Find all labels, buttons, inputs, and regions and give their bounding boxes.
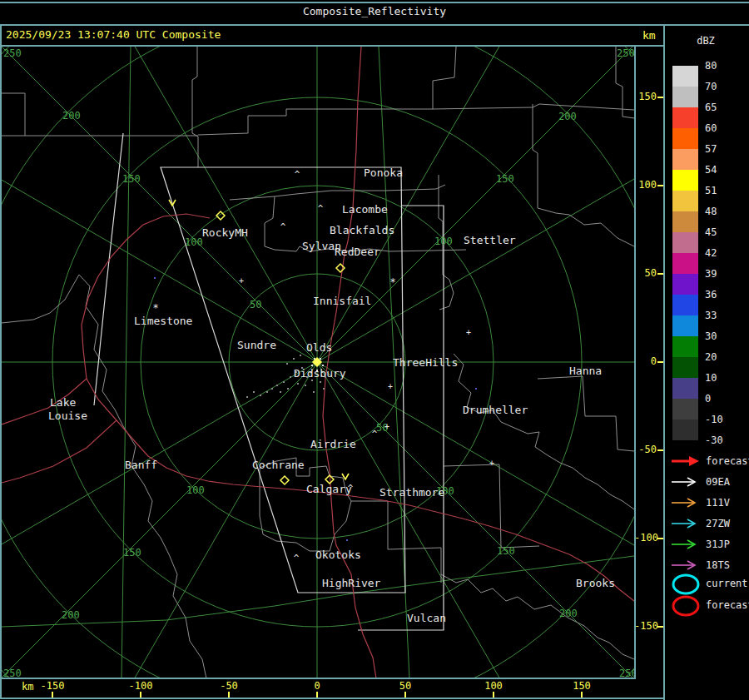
right-tick-mark — [657, 449, 663, 451]
graticule-line — [2, 556, 634, 627]
timestamp-label: 2025/09/23 13:07:40 UTC Composite — [6, 28, 221, 41]
right-tick-label: -50 — [634, 444, 657, 455]
city-label-stettler: Stettler — [464, 234, 516, 246]
clutter-dot — [246, 396, 248, 398]
bottom-tick-label: -50 — [209, 680, 249, 692]
dbz-scale-label: 60 — [705, 122, 717, 134]
city-label-highriver: HighRiver — [322, 577, 381, 589]
city-label-okotoks: Okotoks — [315, 549, 361, 561]
clutter-dot — [276, 385, 278, 386]
ring-distance-label: 250 — [3, 47, 22, 59]
storm-27ZW-arrow-icon — [671, 518, 704, 529]
dbz-swatch — [672, 149, 698, 170]
dbz-swatch — [672, 211, 698, 232]
peak-marker-icon: ^ — [295, 169, 300, 180]
municipal-boundary — [198, 47, 456, 135]
sidebar-divider — [663, 24, 665, 700]
clutter-dot — [311, 380, 313, 381]
ring-distance-label: 100 — [185, 236, 203, 248]
city-label-louise: Louise — [48, 410, 87, 422]
municipal-boundary — [444, 464, 539, 548]
city-label-didsbury: Didsbury — [294, 367, 346, 380]
dbz-scale-label: 65 — [705, 102, 717, 113]
bottom-tick-mark — [228, 692, 230, 698]
city-label-drumheller: Drumheller — [463, 404, 528, 416]
city-label-innisfail: Innisfail — [313, 295, 371, 307]
city-label-ponoka: Ponoka — [364, 166, 403, 179]
right-tick-label: 50 — [634, 267, 657, 279]
peak-marker-icon: ^ — [348, 483, 354, 494]
ring-distance-label: 100 — [434, 236, 453, 247]
city-label-olds: Olds — [306, 341, 332, 354]
clutter-dot — [280, 391, 281, 393]
dbz-swatch — [672, 399, 698, 420]
clutter-dot — [287, 388, 289, 390]
highway-line — [87, 379, 634, 601]
ring-distance-label: 250 — [619, 668, 634, 678]
window-title: Composite_Reflectivity — [0, 5, 749, 17]
dbz-scale-label: 70 — [705, 81, 717, 92]
bottom-border — [0, 698, 664, 699]
dbz-swatch — [672, 336, 698, 357]
right-tick-label: -100 — [634, 532, 657, 544]
dbz-scale-label: 39 — [705, 268, 717, 280]
bottom-tick-label: 150 — [562, 680, 602, 692]
municipal-boundary — [538, 376, 634, 451]
dbz-scale-label: 42 — [705, 247, 717, 259]
clutter-dot — [305, 385, 306, 386]
right-tick-label: 100 — [634, 179, 657, 191]
dbz-scale-label: 48 — [705, 206, 717, 217]
right-tick-label: -150 — [634, 620, 657, 632]
dbz-scale-label: 10 — [705, 372, 717, 384]
dbz-scale-label: 45 — [705, 226, 717, 238]
clutter-dot — [260, 395, 261, 396]
legend-label: 27ZW — [706, 518, 730, 529]
bottom-tick-label: 100 — [474, 680, 513, 692]
dbz-scale-label: 51 — [705, 185, 717, 196]
city-label-airdrie: Airdrie — [310, 438, 356, 450]
legend-label: 09EA — [706, 476, 730, 488]
clutter-dot — [286, 363, 288, 365]
highway-line — [2, 420, 117, 483]
clutter-dot — [283, 381, 285, 383]
ring-distance-label: 200 — [558, 111, 577, 122]
plus-marker-icon: + — [388, 382, 393, 391]
peak-marker-icon: ^ — [280, 221, 286, 232]
radar-sector-outline — [94, 133, 123, 405]
clutter-dot — [271, 388, 273, 390]
dbz-scale-label: 0 — [705, 393, 711, 405]
storm-31JP-arrow-icon — [671, 539, 704, 550]
dbz-swatch — [672, 253, 698, 274]
weak-echo-dot — [154, 277, 156, 279]
bottom-tick-label: -100 — [121, 680, 161, 692]
city-label-limestone: Limestone — [134, 315, 193, 327]
plus-marker-icon: + — [489, 459, 494, 468]
plus-marker-icon: + — [384, 422, 389, 431]
bottom-tick-label: 50 — [385, 680, 425, 692]
right-tick-mark — [657, 273, 663, 275]
asterisk-marker-icon: * — [152, 302, 158, 314]
dbz-swatch — [672, 87, 698, 107]
dbz-scale-label: 80 — [705, 60, 717, 72]
titlebar-top-line — [0, 2, 749, 3]
clutter-dot — [313, 391, 315, 393]
legend-label: forecast — [706, 455, 749, 467]
storm-111V-arrow-icon — [671, 497, 704, 509]
storm-18TS-arrow-icon — [671, 559, 704, 571]
ring-distance-label: 150 — [497, 545, 515, 557]
azimuth-spoke — [2, 362, 317, 595]
city-label-banff: Banff — [125, 459, 157, 471]
radar-map-canvas[interactable]: 5010015020025010015020025010015020025050… — [2, 47, 634, 678]
legend-label: 31JP — [706, 539, 730, 550]
municipal-boundary — [2, 275, 79, 323]
dbz-swatch — [672, 128, 698, 149]
dbz-swatch — [672, 378, 698, 399]
dbz-scale-label: -10 — [705, 414, 723, 425]
dbz-scale-label: 57 — [705, 143, 717, 155]
city-label-strathmore: Strathmore — [379, 486, 444, 499]
dbz-scale-label: 54 — [705, 164, 717, 176]
city-label-lacombe: Lacombe — [342, 203, 388, 216]
dbz-scale-label: 36 — [705, 289, 717, 300]
city-label-sundre: Sundre — [237, 339, 276, 351]
dbz-scale-label: -30 — [705, 434, 723, 446]
